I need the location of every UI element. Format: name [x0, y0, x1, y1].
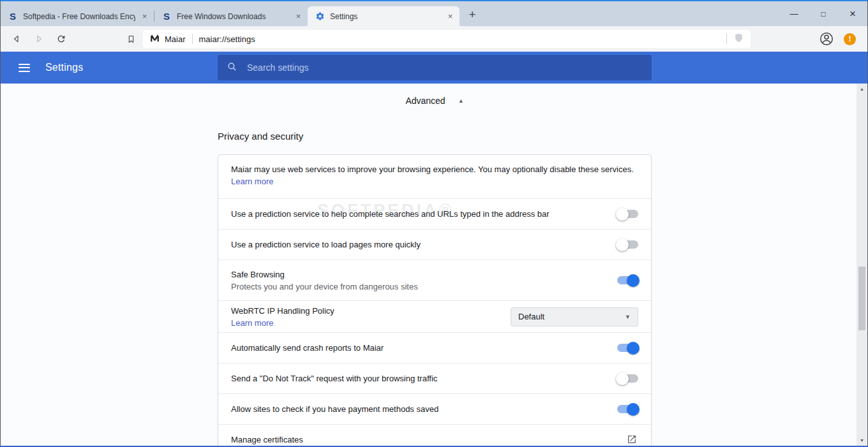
- webrtc-policy-row: WebRTC IP Handling Policy Learn more Def…: [218, 300, 651, 332]
- tab-settings[interactable]: Settings ×: [308, 6, 460, 26]
- url-separator: [726, 34, 727, 44]
- tab-softpedia[interactable]: S Softpedia - Free Downloads Encycl ×: [1, 6, 154, 26]
- learn-more-link[interactable]: Learn more: [231, 177, 273, 186]
- safe-browsing-row: Safe Browsing Protects you and your devi…: [218, 260, 651, 300]
- search-icon: [227, 61, 237, 75]
- dropdown-value: Default: [518, 312, 544, 321]
- setting-label: Use a prediction service to help complet…: [231, 208, 592, 220]
- softpedia-favicon-icon: S: [161, 11, 172, 22]
- payment-methods-toggle[interactable]: [617, 405, 638, 413]
- dropdown-caret-icon: ▼: [625, 314, 631, 320]
- prediction-pages-toggle[interactable]: [617, 240, 638, 249]
- url-separator: [192, 34, 193, 44]
- browser-toolbar: Maiar maiar://settings !: [1, 26, 867, 52]
- window-controls: — □ ×: [779, 1, 867, 26]
- browser-window: S Softpedia - Free Downloads Encycl × S …: [0, 0, 868, 447]
- shield-icon[interactable]: [733, 33, 744, 46]
- settings-search-box[interactable]: [218, 55, 652, 80]
- do-not-track-toggle[interactable]: [617, 374, 638, 383]
- crash-reports-toggle[interactable]: [617, 344, 638, 352]
- menu-icon[interactable]: [19, 64, 30, 72]
- settings-header: Settings: [1, 52, 867, 84]
- prediction-searches-row: Use a prediction service to help complet…: [218, 198, 651, 229]
- tab-title: Softpedia - Free Downloads Encycl: [23, 12, 135, 21]
- search-input[interactable]: [247, 62, 604, 73]
- maiar-logo-icon: [149, 33, 160, 46]
- bookmark-icon[interactable]: [124, 32, 138, 46]
- back-icon[interactable]: [10, 32, 24, 46]
- minimize-button[interactable]: —: [779, 1, 809, 26]
- payment-methods-row: Allow sites to check if you have payment…: [218, 393, 651, 424]
- settings-content: Advanced ▲ Privacy and security SOFTPEDI…: [1, 84, 867, 446]
- intro-text: Maiar may use web services to improve yo…: [231, 163, 638, 175]
- setting-label: WebRTC IP Handling Policy: [231, 305, 485, 317]
- setting-label: Manage certificates: [231, 434, 601, 446]
- manage-certificates-row[interactable]: Manage certificates: [218, 424, 651, 446]
- privacy-settings-card: Maiar may use web services to improve yo…: [218, 154, 652, 446]
- softpedia-favicon-icon: S: [7, 11, 19, 22]
- scroll-up-icon[interactable]: ▲: [857, 84, 867, 94]
- brand-label: Maiar: [165, 34, 186, 44]
- gear-favicon-icon: [314, 11, 326, 22]
- close-window-button[interactable]: ×: [838, 1, 867, 26]
- crash-reports-row: Automatically send crash reports to Maia…: [218, 332, 651, 363]
- setting-label: Safe Browsing: [231, 268, 592, 281]
- address-bar[interactable]: Maiar maiar://settings: [143, 30, 751, 48]
- tab-title: Settings: [330, 12, 441, 21]
- collapse-caret-icon: ▲: [458, 98, 464, 104]
- advanced-label: Advanced: [405, 96, 445, 106]
- url-text[interactable]: maiar://settings: [199, 34, 720, 44]
- reload-icon[interactable]: [54, 32, 68, 46]
- tab-title: Free Windows Downloads: [177, 12, 289, 21]
- tab-bar: S Softpedia - Free Downloads Encycl × S …: [1, 1, 867, 26]
- new-tab-button[interactable]: +: [464, 6, 481, 23]
- setting-label-group: Safe Browsing Protects you and your devi…: [231, 268, 592, 293]
- setting-label: Allow sites to check if you have payment…: [231, 403, 592, 415]
- update-alert-icon[interactable]: !: [844, 33, 856, 45]
- prediction-searches-toggle[interactable]: [617, 210, 638, 218]
- setting-sublabel: Protects you and your device from danger…: [231, 281, 592, 293]
- tab-free-windows-downloads[interactable]: S Free Windows Downloads ×: [154, 6, 308, 26]
- page-title: Settings: [45, 62, 83, 73]
- web-services-intro-row: Maiar may use web services to improve yo…: [218, 155, 651, 198]
- tab-close-icon[interactable]: ×: [139, 11, 150, 22]
- setting-label: Automatically send crash reports to Maia…: [231, 342, 592, 354]
- scrollbar-thumb[interactable]: [858, 267, 865, 330]
- maximize-button[interactable]: □: [809, 1, 838, 26]
- webrtc-policy-dropdown[interactable]: Default ▼: [511, 307, 638, 326]
- tab-close-icon[interactable]: ×: [445, 11, 456, 22]
- advanced-section-toggle[interactable]: Advanced ▲: [218, 96, 652, 106]
- safe-browsing-toggle[interactable]: [617, 276, 638, 284]
- setting-label: Send a "Do Not Track" request with your …: [231, 372, 592, 385]
- prediction-pages-row: Use a prediction service to load pages m…: [218, 229, 651, 260]
- section-title: Privacy and security: [218, 131, 303, 142]
- setting-label: Use a prediction service to load pages m…: [231, 238, 592, 251]
- forward-icon[interactable]: [32, 32, 46, 46]
- setting-label-group: WebRTC IP Handling Policy Learn more: [231, 305, 485, 329]
- do-not-track-row: Send a "Do Not Track" request with your …: [218, 363, 651, 393]
- tab-close-icon[interactable]: ×: [293, 11, 304, 22]
- learn-more-link[interactable]: Learn more: [231, 318, 273, 328]
- vertical-scrollbar[interactable]: ▲ ▼: [857, 84, 867, 446]
- external-link-icon: [627, 434, 638, 446]
- scroll-down-icon[interactable]: ▼: [857, 435, 867, 446]
- profile-icon[interactable]: [818, 31, 835, 47]
